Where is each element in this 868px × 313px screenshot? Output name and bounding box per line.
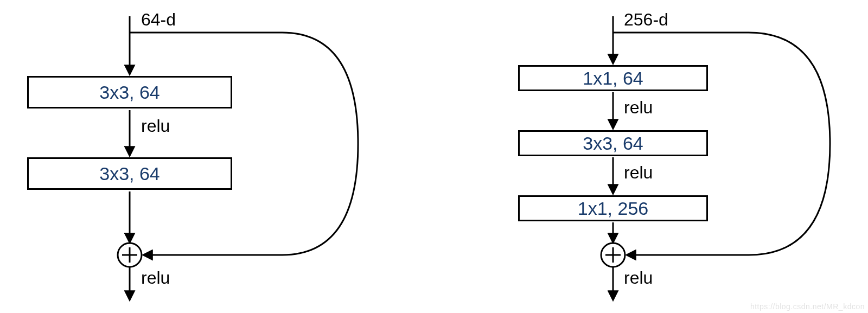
connectors-svg <box>0 0 868 313</box>
right-add-circle <box>601 243 625 267</box>
left-relu-out: relu <box>141 268 170 288</box>
right-relu-2: relu <box>624 163 653 183</box>
right-conv-3-label: 1x1, 256 <box>578 198 648 219</box>
left-input-label: 64-d <box>141 10 176 30</box>
right-input-label: 256-d <box>624 10 668 30</box>
right-conv-1-label: 1x1, 64 <box>583 68 643 89</box>
left-conv-2: 3x3, 64 <box>27 157 232 190</box>
right-conv-2: 3x3, 64 <box>518 130 708 156</box>
watermark-text: https://blog.csdn.net/MR_kdcon <box>750 302 865 311</box>
left-conv-2-label: 3x3, 64 <box>99 163 160 184</box>
right-flow <box>601 16 625 299</box>
right-conv-1: 1x1, 64 <box>518 65 708 91</box>
right-relu-out: relu <box>624 268 653 288</box>
left-relu-1: relu <box>141 116 170 136</box>
right-conv-3: 1x1, 256 <box>518 195 708 221</box>
left-conv-1-label: 3x3, 64 <box>99 82 160 103</box>
left-conv-1: 3x3, 64 <box>27 76 232 108</box>
right-relu-1: relu <box>624 98 653 118</box>
left-add-circle <box>118 243 142 267</box>
diagram-canvas: 3x3, 64 3x3, 64 64-d relu relu 1x1, 64 3… <box>0 0 868 313</box>
left-skip <box>130 33 358 255</box>
right-conv-2-label: 3x3, 64 <box>583 133 643 154</box>
